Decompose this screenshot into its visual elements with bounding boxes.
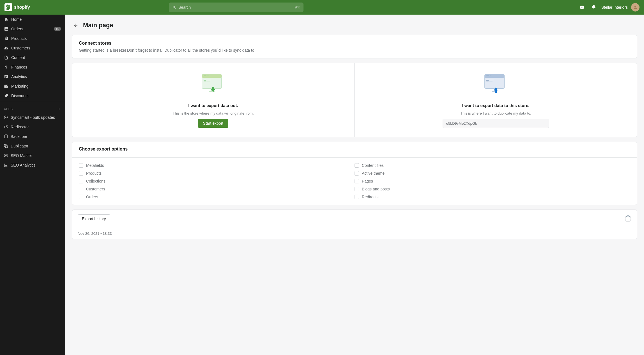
sidebar-label-marketing: Marketing (11, 84, 28, 88)
export-options-header: Choose export options (72, 142, 637, 158)
customers-checkbox[interactable] (79, 187, 83, 191)
sidebar-item-customers[interactable]: Customers (0, 43, 65, 53)
export-in-description: This is where I want to duplicate my dat… (460, 111, 531, 115)
sidebar: Home Orders 15 Products Customers Conten… (0, 15, 65, 355)
sidebar-label-seo-analytics: SEO Analytics (11, 163, 36, 167)
svg-rect-19 (489, 80, 494, 80)
loading-spinner (625, 215, 631, 222)
dublicator-icon (4, 144, 8, 148)
sidebar-label-products: Products (11, 36, 27, 41)
orders-badge: 15 (54, 27, 61, 31)
sidebar-item-syncsmart[interactable]: Syncsmart - bulk updates (0, 113, 65, 122)
shopify-logo[interactable]: shopify (4, 3, 30, 11)
option-active-theme[interactable]: Active theme (355, 171, 630, 176)
sidebar-label-backuper: Backuper (11, 134, 27, 139)
export-options-title: Choose export options (79, 147, 630, 152)
orders-icon (4, 27, 8, 31)
svg-rect-20 (489, 81, 493, 81)
blogs-posts-label: Blogs and posts (362, 187, 390, 191)
sidebar-item-analytics[interactable]: Analytics (0, 72, 65, 81)
store-name: Stellar Interiors (601, 5, 628, 10)
sidebar-item-discounts[interactable]: Discounts (0, 91, 65, 101)
sidebar-label-redirector: Redirector (11, 125, 29, 129)
redirects-checkbox[interactable] (355, 195, 359, 199)
sidebar-label-syncsmart: Syncsmart - bulk updates (11, 115, 55, 120)
history-date: Nov 26, 2021 • 18:33 (78, 231, 112, 236)
pages-label: Pages (362, 179, 373, 183)
option-metafields[interactable]: Metafields (79, 163, 355, 168)
sidebar-item-seo-analytics[interactable]: SEO Analytics (0, 160, 65, 170)
logo-text: shopify (14, 5, 30, 10)
option-collections[interactable]: Collections (79, 179, 355, 183)
svg-rect-8 (206, 80, 211, 80)
topnav: shopify ⌘K Stellar Interiors (0, 0, 644, 15)
sidebar-item-redirector[interactable]: Redirector (0, 122, 65, 132)
export-in-panel: I want to export data to this store. Thi… (355, 63, 637, 137)
sidebar-divider (0, 102, 65, 102)
orders-checkbox[interactable] (79, 195, 83, 199)
connect-stores-title: Connect stores (79, 41, 630, 46)
svg-point-0 (634, 6, 636, 7)
orders-label: Orders (86, 195, 98, 199)
svg-rect-13 (212, 87, 214, 90)
option-blogs-posts[interactable]: Blogs and posts (355, 187, 630, 191)
redirector-icon (4, 125, 8, 129)
option-products[interactable]: Products (79, 171, 355, 176)
bell-icon[interactable] (590, 3, 598, 12)
export-history-button[interactable]: Export history (78, 214, 110, 223)
products-label: Products (86, 171, 102, 176)
customers-label: Customers (86, 187, 105, 191)
option-customers[interactable]: Customers (79, 187, 355, 191)
token-input[interactable] (443, 119, 549, 128)
metafields-checkbox[interactable] (79, 163, 83, 168)
sidebar-item-content[interactable]: Content (0, 53, 65, 62)
connect-stores-body: Connect stores Getting started is a bree… (72, 35, 637, 58)
sidebar-label-content: Content (11, 55, 25, 60)
svg-rect-24 (495, 90, 497, 93)
sidebar-item-finances[interactable]: Finances (0, 62, 65, 72)
export-in-svg (482, 73, 510, 97)
export-history-card: Export history Nov 26, 2021 • 18:33 (72, 210, 637, 239)
search-bar[interactable]: ⌘K (169, 3, 303, 12)
option-pages[interactable]: Pages (355, 179, 630, 183)
blogs-posts-checkbox[interactable] (355, 187, 359, 191)
export-panels-card: I want to export data out. This is the s… (72, 63, 637, 137)
start-export-button[interactable]: Start export (198, 119, 228, 128)
export-out-description: This is the store where my data will ori… (173, 111, 254, 115)
connect-stores-description: Getting started is a breeze! Don`t forge… (79, 48, 630, 53)
avatar[interactable] (631, 3, 640, 12)
syncsmart-icon (4, 115, 8, 119)
export-out-panel: I want to export data out. This is the s… (72, 63, 355, 137)
sidebar-item-backuper[interactable]: Backuper (0, 132, 65, 141)
option-content-files[interactable]: Content files (355, 163, 630, 168)
sidebar-item-products[interactable]: Products (0, 34, 65, 43)
active-theme-label: Active theme (362, 171, 385, 176)
collections-checkbox[interactable] (79, 179, 83, 183)
search-input[interactable] (178, 5, 292, 10)
svg-rect-9 (206, 81, 210, 81)
content-files-checkbox[interactable] (355, 163, 359, 168)
option-redirects[interactable]: Redirects (355, 195, 630, 199)
sidebar-item-dublicator[interactable]: Dublicator (0, 141, 65, 151)
analytics-icon (4, 74, 8, 79)
export-out-icon (199, 72, 227, 97)
content-icon (4, 55, 8, 60)
collections-label: Collections (86, 179, 105, 183)
svg-rect-5 (204, 76, 206, 76)
sidebar-item-seo-master[interactable]: SEO Master (0, 151, 65, 160)
metafields-label: Metafields (86, 163, 104, 168)
pages-checkbox[interactable] (355, 179, 359, 183)
svg-point-1 (4, 116, 8, 119)
products-checkbox[interactable] (79, 171, 83, 176)
back-button[interactable] (72, 21, 80, 29)
export-in-icon (482, 72, 510, 97)
sidebar-item-home[interactable]: Home (0, 15, 65, 24)
export-out-svg (199, 73, 227, 97)
active-theme-checkbox[interactable] (355, 171, 359, 176)
sidebar-item-marketing[interactable]: Marketing (0, 81, 65, 91)
back-arrow-icon (73, 23, 78, 28)
topnav-right: Stellar Interiors (578, 3, 640, 12)
sidebar-item-orders[interactable]: Orders 15 (0, 24, 65, 34)
option-orders[interactable]: Orders (79, 195, 355, 199)
video-icon[interactable] (578, 3, 586, 12)
